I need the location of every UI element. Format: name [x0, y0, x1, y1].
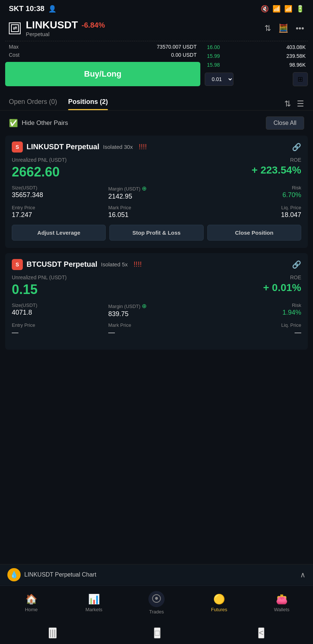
- title-block: LINKUSDT -6.84% Perpetual: [26, 20, 105, 37]
- filter-bar: ✅ Hide Other Pairs Close All: [0, 111, 313, 136]
- pos-entry-label-link: Entry Price: [12, 205, 108, 210]
- battery-icon: 🔋: [296, 5, 304, 13]
- pos-mark-label-link: Mark Price: [108, 205, 205, 210]
- bottom-nav: 🏠 Home 📊 Markets ⦿ Trades 🟡 Futures 👛 Wa…: [0, 585, 313, 622]
- pos-meta-btc: Isolated 5x: [101, 261, 128, 267]
- pos-title-btc: BTCUSDT Perpetual: [27, 260, 97, 269]
- status-time: SKT 10:38: [9, 4, 45, 13]
- tab-positions[interactable]: Positions (2): [68, 98, 108, 110]
- pos-header-link: S LINKUSDT Perpetual Isolated 30x !!!! 🔗: [12, 141, 301, 153]
- pos-badge-btc: S: [12, 259, 23, 270]
- more-icon[interactable]: •••: [296, 24, 304, 33]
- pos-margin-value-link: 2142.95: [108, 193, 205, 200]
- add-margin-icon-btc[interactable]: ⊕: [142, 303, 147, 309]
- android-menu-button[interactable]: |||: [49, 627, 56, 638]
- symbol-title: LINKUSDT: [26, 20, 78, 31]
- pos-size-btc: Size(USDT) 4071.8: [12, 302, 108, 318]
- wallets-icon: 👛: [276, 594, 288, 605]
- trades-label: Trades: [149, 609, 164, 615]
- pos-roe-block-btc: ROE + 0.01%: [263, 274, 301, 294]
- pos-entry-label-btc: Entry Price: [12, 322, 108, 328]
- logo-icon: ⇄: [9, 22, 21, 34]
- pos-roe-block-link: ROE + 223.54%: [252, 157, 301, 176]
- calculator-icon[interactable]: 🧮: [278, 24, 288, 33]
- cost-value: 0.00 USDT: [171, 52, 197, 58]
- pos-liq-label-btc: Liq. Price: [205, 322, 301, 328]
- pos-mark-value-link: 16.051: [108, 211, 205, 219]
- android-back-button[interactable]: <: [258, 627, 264, 638]
- chart-sticky-bar[interactable]: 💧 LINKUSDT Perpetual Chart ∧: [0, 564, 313, 585]
- orderbook-prices: 16.00 403.08K 15.99 239.58K 15.98 98.96K…: [205, 43, 308, 86]
- pos-stats-btc: Size(USDT) 4071.8 Margin (USDT) ⊕ 839.75…: [12, 302, 301, 336]
- pos-title-link: LINKUSDT Perpetual: [27, 143, 99, 151]
- pos-risk-btc: Risk 1.94%: [205, 302, 301, 318]
- nav-trades[interactable]: ⦿ Trades: [142, 591, 171, 615]
- pos-meta-link: Isolated 30x: [103, 144, 133, 150]
- signal-icon: 📶: [284, 5, 292, 13]
- mute-icon: 🔇: [261, 5, 269, 13]
- pos-risk-label-btc: Risk: [205, 302, 301, 308]
- buy-long-button[interactable]: Buy/Long: [5, 62, 200, 86]
- close-position-button[interactable]: Close Position: [207, 225, 301, 241]
- add-margin-icon-link[interactable]: ⊕: [142, 185, 147, 192]
- sort-icon[interactable]: ⇅: [284, 99, 291, 109]
- hide-pairs-label: Hide Other Pairs: [22, 119, 68, 127]
- ob-row-3: 15.98 98.96K: [205, 60, 308, 69]
- checkbox-icon[interactable]: ✅: [9, 119, 18, 127]
- pos-pnl-row-link: Unrealized PNL (USDT) 2662.60 ROE + 223.…: [12, 157, 301, 180]
- android-nav: ||| □ <: [0, 622, 313, 644]
- ob-amount-2: 239.58K: [286, 53, 306, 59]
- divider: [5, 41, 308, 41]
- android-home-button[interactable]: □: [154, 627, 160, 638]
- pos-mark-btc: Mark Price —: [108, 322, 205, 336]
- qty-select[interactable]: 0.01 0.1 1: [205, 73, 233, 86]
- ob-amount-1: 403.08K: [286, 44, 306, 50]
- orderbook-section: Max 73570.007 USDT Cost 0.00 USDT Buy/Lo…: [0, 43, 313, 88]
- list-icon[interactable]: ☰: [297, 99, 304, 109]
- pos-size-label-link: Size(USDT): [12, 185, 108, 190]
- pos-risk-value-btc: 1.94%: [205, 309, 301, 316]
- pos-pnl-value-btc: 0.15: [12, 282, 67, 297]
- pos-margin-btc: Margin (USDT) ⊕ 839.75: [108, 302, 205, 318]
- compare-icon[interactable]: ⇅: [264, 24, 271, 33]
- wifi-icon: 📶: [272, 5, 281, 13]
- ob-price-1: 16.00: [207, 44, 220, 50]
- futures-icon: 🟡: [213, 594, 225, 605]
- pos-size-value-link: 35657.348: [12, 191, 108, 199]
- pos-risk-link: Risk 6.70%: [205, 185, 301, 200]
- nav-home[interactable]: 🏠 Home: [17, 594, 46, 612]
- pos-header-left-link: S LINKUSDT Perpetual Isolated 30x !!!!: [12, 141, 147, 153]
- wallets-label: Wallets: [274, 607, 289, 612]
- home-label: Home: [25, 607, 38, 612]
- adjust-leverage-button[interactable]: Adjust Leverage: [12, 225, 106, 241]
- status-person-icon: 👤: [48, 5, 56, 13]
- ob-price-2: 15.99: [207, 53, 220, 59]
- header-actions: ⇅ 🧮 •••: [264, 24, 304, 33]
- pos-liq-label-link: Liq. Price: [205, 205, 301, 210]
- markets-label: Markets: [85, 607, 102, 612]
- pos-size-link: Size(USDT) 35657.348: [12, 185, 108, 200]
- pos-header-left-btc: S BTCUSDT Perpetual Isolated 5x !!!!: [12, 259, 142, 270]
- nav-wallets[interactable]: 👛 Wallets: [267, 594, 296, 612]
- futures-label: Futures: [211, 607, 227, 612]
- ob-row-1: 16.00 403.08K: [205, 43, 308, 52]
- close-all-button[interactable]: Close All: [266, 116, 304, 130]
- pos-header-btc: S BTCUSDT Perpetual Isolated 5x !!!! 🔗: [12, 259, 301, 270]
- pos-liq-value-btc: —: [205, 329, 301, 336]
- nav-futures[interactable]: 🟡 Futures: [204, 594, 234, 612]
- position-card-btc: S BTCUSDT Perpetual Isolated 5x !!!! 🔗 U…: [5, 253, 308, 350]
- ob-amount-3: 98.96K: [289, 62, 306, 68]
- share-icon-link[interactable]: 🔗: [292, 143, 301, 151]
- pos-entry-value-btc: —: [12, 329, 108, 336]
- stop-profit-loss-button[interactable]: Stop Profit & Loss: [109, 225, 203, 241]
- ob-controls: 0.01 0.1 1 ⊞: [205, 72, 308, 86]
- chevron-up-icon[interactable]: ∧: [300, 570, 306, 579]
- pos-liq-value-link: 18.047: [205, 211, 301, 219]
- nav-markets[interactable]: 📊 Markets: [79, 594, 109, 612]
- filter-left: ✅ Hide Other Pairs: [9, 119, 68, 127]
- sticky-bottom-content: 💧 LINKUSDT Perpetual Chart: [7, 568, 96, 581]
- share-icon-btc[interactable]: 🔗: [292, 260, 301, 269]
- grid-view-button[interactable]: ⊞: [293, 72, 308, 86]
- pos-liq-link: Liq. Price 18.047: [205, 205, 301, 219]
- tab-open-orders[interactable]: Open Orders (0): [9, 98, 57, 110]
